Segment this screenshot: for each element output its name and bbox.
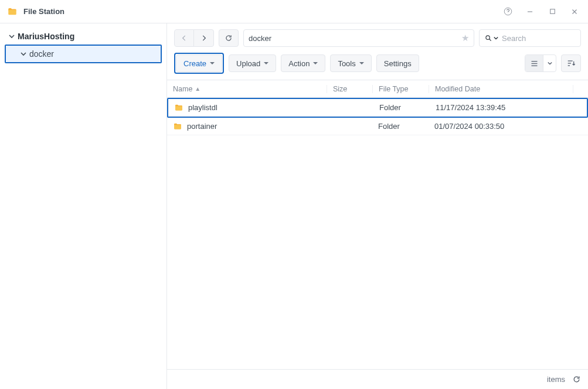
caret-down-icon — [210, 62, 215, 64]
path-input[interactable] — [249, 34, 457, 43]
tools-button[interactable]: Tools — [330, 54, 371, 72]
sort-asc-icon: ▲ — [195, 86, 200, 92]
caret-down-icon — [264, 62, 268, 64]
window-title: File Station — [23, 7, 64, 16]
upload-button-label: Upload — [236, 59, 260, 68]
folder-icon — [173, 122, 182, 131]
settings-button-label: Settings — [384, 59, 412, 68]
file-table: Name ▲ Size File Type Modified Date — [167, 80, 588, 369]
tree-node-label: docker — [29, 49, 54, 59]
create-button-label: Create — [183, 59, 206, 68]
close-button[interactable] — [568, 5, 581, 18]
tools-button-label: Tools — [338, 59, 355, 68]
tree-node-docker[interactable]: docker — [6, 46, 161, 62]
back-button[interactable] — [174, 29, 194, 47]
settings-button[interactable]: Settings — [376, 54, 419, 72]
column-header-type[interactable]: File Type — [372, 85, 429, 93]
view-switch — [525, 54, 556, 72]
table-row[interactable]: playlistdl Folder 11/17/2024 13:39:45 — [168, 99, 587, 117]
search-icon[interactable] — [484, 34, 498, 42]
action-button-label: Action — [288, 59, 310, 68]
table-header: Name ▲ Size File Type Modified Date — [167, 80, 588, 98]
column-menu-button[interactable] — [573, 85, 586, 93]
chevron-down-icon — [8, 33, 15, 40]
file-type: Folder — [373, 103, 430, 112]
file-modified: 01/07/2024 00:33:50 — [429, 122, 575, 131]
upload-button[interactable]: Upload — [229, 54, 276, 72]
column-header-name-label: Name — [173, 85, 192, 93]
folder-tree-sidebar: MariusHosting docker — [0, 23, 167, 389]
column-header-modified[interactable]: Modified Date — [429, 85, 573, 93]
minimize-button[interactable] — [524, 5, 536, 18]
column-header-size-label: Size — [333, 85, 347, 93]
toolbar: Create Upload Action Tools Settings — [167, 50, 588, 80]
sort-button[interactable] — [561, 54, 581, 72]
svg-rect-8 — [568, 63, 571, 63]
status-items-label: items — [547, 375, 565, 384]
help-button[interactable] — [501, 5, 514, 18]
folder-icon — [174, 103, 183, 112]
svg-rect-2 — [550, 9, 555, 14]
tree-root[interactable]: MariusHosting — [5, 28, 162, 45]
table-body: playlistdl Folder 11/17/2024 13:39:45 — [167, 98, 588, 369]
window-titlebar: File Station — [0, 0, 588, 23]
file-name: playlistdl — [188, 103, 217, 112]
status-refresh-button[interactable] — [572, 375, 581, 384]
app-folder-icon — [7, 6, 18, 17]
main-panel: ★ Create Upload — [167, 23, 588, 389]
file-type: Folder — [372, 122, 429, 131]
forward-button[interactable] — [194, 29, 214, 47]
svg-rect-7 — [568, 60, 573, 61]
action-button[interactable]: Action — [281, 54, 325, 72]
svg-rect-6 — [531, 65, 537, 66]
refresh-button[interactable] — [219, 29, 239, 47]
svg-rect-5 — [531, 63, 537, 63]
column-header-size[interactable]: Size — [327, 85, 372, 93]
column-header-modified-label: Modified Date — [435, 85, 480, 93]
create-button[interactable]: Create — [176, 54, 222, 72]
svg-point-3 — [486, 36, 490, 39]
caret-down-icon — [313, 62, 318, 64]
chevron-down-icon — [20, 50, 27, 57]
nav-row: ★ — [167, 23, 588, 50]
column-header-type-label: File Type — [379, 85, 409, 93]
search-input[interactable] — [502, 34, 588, 43]
maximize-button[interactable] — [546, 5, 559, 18]
svg-rect-4 — [531, 61, 537, 62]
path-bar[interactable]: ★ — [243, 29, 474, 47]
status-bar: items — [167, 369, 588, 389]
search-box[interactable] — [479, 29, 581, 47]
table-row[interactable]: portainer Folder 01/07/2024 00:33:50 — [167, 118, 588, 135]
view-dropdown-button[interactable] — [543, 55, 556, 71]
caret-down-icon — [359, 62, 364, 64]
tree-root-label: MariusHosting — [18, 32, 74, 41]
file-modified: 11/17/2024 13:39:45 — [430, 103, 574, 112]
view-list-button[interactable] — [525, 55, 543, 71]
column-header-name[interactable]: Name ▲ — [167, 85, 327, 93]
favorite-star-icon[interactable]: ★ — [461, 33, 469, 43]
file-name: portainer — [187, 122, 217, 131]
svg-rect-9 — [568, 65, 570, 66]
svg-rect-1 — [528, 11, 532, 12]
nav-history-group — [174, 29, 214, 47]
